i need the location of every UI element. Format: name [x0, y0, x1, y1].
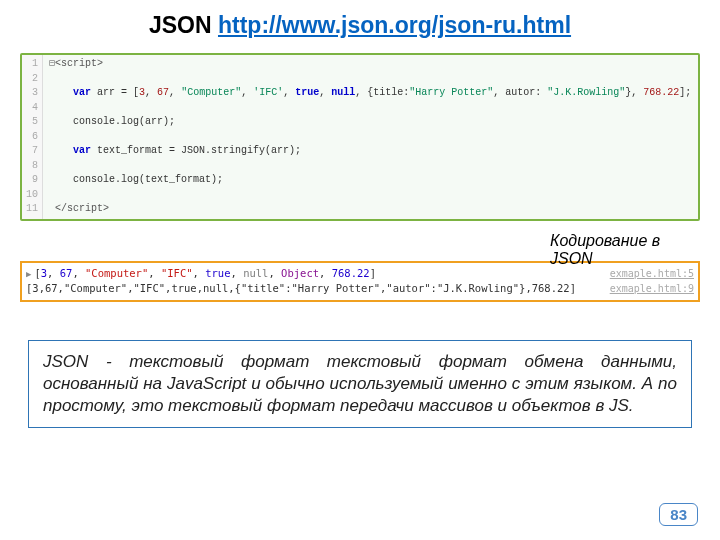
line-num: 8 — [26, 159, 38, 174]
code-text: var — [73, 87, 91, 98]
line-num: 4 — [26, 101, 38, 116]
code-text: 67 — [157, 87, 169, 98]
code-text: "J.K.Rowling" — [547, 87, 625, 98]
console-value: [3, 67, "Computer", "IFC", true, null, O… — [34, 266, 376, 282]
code-text: null — [331, 87, 355, 98]
code-text: console.log(arr); — [73, 116, 175, 127]
console-source-link[interactable]: exmaple.html:5 — [610, 266, 694, 281]
title-link[interactable]: http://www.json.org/json-ru.html — [218, 12, 571, 38]
console-line: [3,67,"Computer","IFC",true,null,{"title… — [26, 281, 694, 297]
code-text: true — [295, 87, 319, 98]
line-gutter: 1 2 3 4 5 6 7 8 9 10 11 — [22, 55, 43, 219]
line-num: 6 — [26, 130, 38, 145]
code-text: , — [241, 87, 253, 98]
code-text: console.log(text_format); — [73, 174, 223, 185]
code-text: , — [169, 87, 181, 98]
code-text: 768.22 — [643, 87, 679, 98]
title-prefix: JSON — [149, 12, 218, 38]
console-source-link[interactable]: exmaple.html:9 — [610, 281, 694, 296]
code-text: }, — [625, 87, 643, 98]
line-num: 2 — [26, 72, 38, 87]
definition-box: JSON - текстовый формат текстовый формат… — [28, 340, 692, 428]
line-num: 7 — [26, 144, 38, 159]
line-num: 5 — [26, 115, 38, 130]
line-num: 9 — [26, 173, 38, 188]
source-code-block: 1 2 3 4 5 6 7 8 9 10 11 ⊟<script> var ar… — [20, 53, 700, 221]
code-text: , — [145, 87, 157, 98]
line-num: 3 — [26, 86, 38, 101]
code-text: , {title: — [355, 87, 409, 98]
code-text: arr = [ — [91, 87, 139, 98]
code-text: text_format = JSON.stringify(arr); — [91, 145, 301, 156]
code-text: , — [319, 87, 331, 98]
code-text: 'IFC' — [253, 87, 283, 98]
code-text: "Harry Potter" — [409, 87, 493, 98]
page-title: JSON http://www.json.org/json-ru.html — [0, 0, 720, 47]
console-line: ▶ [3, 67, "Computer", "IFC", true, null,… — [26, 266, 694, 282]
code-text: <script> — [55, 58, 103, 69]
code-text: </script> — [55, 203, 109, 214]
line-num: 10 — [26, 188, 38, 203]
code-content: ⊟<script> var arr = [3, 67, "Computer", … — [43, 55, 697, 219]
code-text: , — [283, 87, 295, 98]
code-text: ]; — [679, 87, 691, 98]
code-text: "Computer" — [181, 87, 241, 98]
line-num: 11 — [26, 202, 38, 217]
page-number: 83 — [659, 503, 698, 526]
console-value: [3,67,"Computer","IFC",true,null,{"title… — [26, 281, 576, 297]
caption-text: Кодирование в JSON — [550, 232, 690, 267]
code-text: , autor: — [493, 87, 547, 98]
expand-icon: ▶ — [26, 268, 31, 282]
line-num: 1 — [26, 57, 38, 72]
code-text: var — [73, 145, 91, 156]
